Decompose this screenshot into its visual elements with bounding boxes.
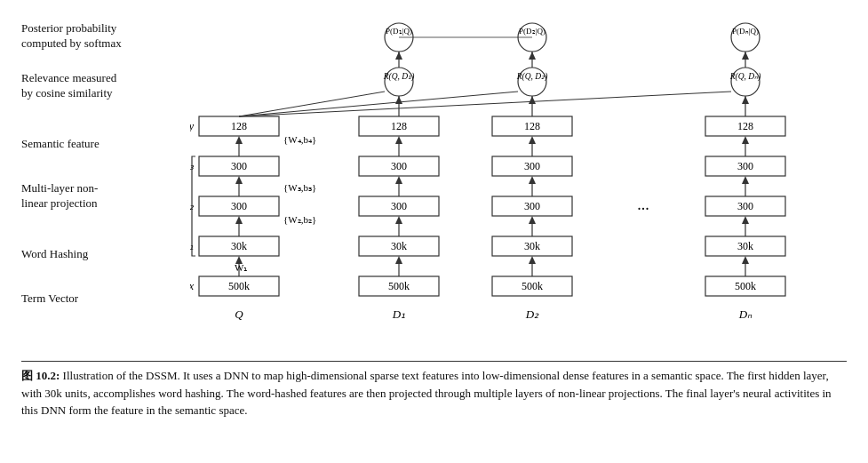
svg-text:P(D₁|Q): P(D₁|Q) <box>386 27 412 36</box>
svg-text:30k: 30k <box>737 240 753 252</box>
svg-marker-100 <box>742 96 749 104</box>
svg-text:500k: 500k <box>388 280 410 292</box>
svg-marker-70 <box>742 256 749 264</box>
svg-marker-78 <box>742 176 749 184</box>
svg-text:300: 300 <box>391 160 407 172</box>
svg-text:300: 300 <box>231 160 247 172</box>
svg-text:{W₂,b₂}: {W₂,b₂} <box>283 214 316 225</box>
svg-text:{W₄,b₄}: {W₄,b₄} <box>283 134 316 145</box>
semantic-label: Semantic feature <box>21 137 100 152</box>
svg-text:300: 300 <box>737 160 753 172</box>
caption-label: 图 10.2: <box>21 369 60 382</box>
svg-text:D₁: D₁ <box>392 307 405 321</box>
svg-marker-39 <box>395 176 402 184</box>
svg-text:R(Q, Dₙ): R(Q, Dₙ) <box>729 72 761 82</box>
svg-text:x: x <box>190 280 195 292</box>
svg-text:Dₙ: Dₙ <box>738 307 753 321</box>
multilayer-label: Multi-layer non-linear projection <box>21 181 146 212</box>
posterior-label: Posterior probabilitycomputed by softmax <box>21 21 163 52</box>
svg-text:W₁: W₁ <box>235 262 247 273</box>
svg-text:128: 128 <box>391 120 407 132</box>
svg-marker-50 <box>529 256 536 264</box>
svg-marker-62 <box>529 136 536 144</box>
svg-marker-112 <box>742 52 749 60</box>
svg-marker-108 <box>395 52 402 60</box>
term-vector-label: Term Vector <box>21 291 78 307</box>
svg-text:Q: Q <box>235 307 243 321</box>
svg-marker-43 <box>395 136 402 144</box>
svg-marker-96 <box>395 96 402 104</box>
svg-marker-110 <box>529 52 536 60</box>
svg-text:128: 128 <box>737 120 753 132</box>
svg-text:128: 128 <box>524 120 540 132</box>
svg-text:300: 300 <box>231 200 247 212</box>
svg-marker-54 <box>529 216 536 224</box>
svg-marker-98 <box>529 96 536 104</box>
svg-text:R(Q, D₁): R(Q, D₁) <box>383 72 415 82</box>
svg-text:P(D₂|Q): P(D₂|Q) <box>519 27 545 36</box>
svg-text:P(Dₙ|Q): P(Dₙ|Q) <box>732 27 759 36</box>
svg-marker-58 <box>529 176 536 184</box>
svg-text:500k: 500k <box>228 280 250 292</box>
svg-text:y: y <box>190 120 195 132</box>
svg-text:R(Q, D₂): R(Q, D₂) <box>516 72 548 82</box>
svg-marker-74 <box>742 216 749 224</box>
svg-text:30k: 30k <box>391 240 407 252</box>
caption: 图 10.2: Illustration of the DSSM. It use… <box>21 361 847 419</box>
svg-marker-82 <box>742 136 749 144</box>
svg-text:{W₃,b₃}: {W₃,b₃} <box>283 182 316 193</box>
svg-text:300: 300 <box>391 200 407 212</box>
svg-text:128: 128 <box>231 120 247 132</box>
svg-marker-11 <box>235 176 243 184</box>
caption-text: Illustration of the DSSM. It uses a DNN … <box>21 369 832 417</box>
svg-text:500k: 500k <box>522 280 543 292</box>
svg-text:300: 300 <box>524 160 540 172</box>
diagram-svg: 500k 30k 300 300 128 Q y {W₄,b₄} l₃ <box>190 16 865 336</box>
svg-text:30k: 30k <box>231 240 247 252</box>
svg-text:300: 300 <box>524 200 540 212</box>
svg-text:300: 300 <box>737 200 753 212</box>
svg-line-93 <box>239 92 518 116</box>
svg-marker-35 <box>395 216 402 224</box>
word-hashing-label: Word Hashing <box>21 247 88 262</box>
svg-marker-15 <box>235 136 243 144</box>
svg-marker-7 <box>235 216 243 224</box>
svg-text:...: ... <box>637 196 649 213</box>
diagram-area: Posterior probabilitycomputed by softmax… <box>21 16 847 354</box>
svg-marker-31 <box>395 256 402 264</box>
svg-text:500k: 500k <box>735 280 756 292</box>
svg-text:30k: 30k <box>524 240 540 252</box>
left-labels: Posterior probabilitycomputed by softmax… <box>21 16 181 354</box>
relevance-label: Relevance measuredby cosine similarity <box>21 71 163 101</box>
svg-text:D₂: D₂ <box>525 307 539 321</box>
